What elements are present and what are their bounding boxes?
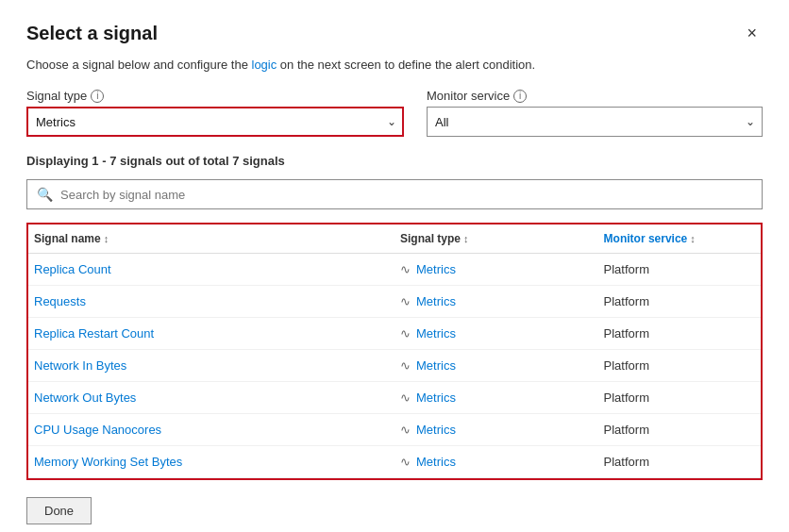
signal-name-link[interactable]: Replica Count xyxy=(34,262,111,276)
monitor-service-cell: Platform xyxy=(598,254,761,286)
signal-name-sort-icon[interactable]: ↕ xyxy=(104,233,109,244)
signals-table: Signal name ↕ Signal type ↕ Monitor serv… xyxy=(28,224,761,478)
metric-wave-icon: ∿ xyxy=(400,326,411,341)
signal-name-link[interactable]: Memory Working Set Bytes xyxy=(34,455,182,469)
signal-type-cell: ∿Metrics xyxy=(394,254,598,286)
signal-name-cell: Network In Bytes xyxy=(28,350,394,382)
signal-name-cell: Replica Restart Count xyxy=(28,318,394,350)
signal-name-link[interactable]: Requests xyxy=(34,294,86,308)
metric-wave-icon: ∿ xyxy=(400,423,411,437)
signal-type-select[interactable]: Metrics xyxy=(26,107,404,137)
signal-type-value: Metrics xyxy=(416,326,456,341)
monitor-service-cell: Platform xyxy=(598,382,761,414)
monitor-service-select[interactable]: All xyxy=(427,107,763,137)
signal-type-info-icon[interactable]: i xyxy=(91,90,104,103)
signal-type-cell: ∿Metrics xyxy=(394,446,598,478)
monitor-service-value: Platform xyxy=(604,423,649,437)
table-row: CPU Usage Nanocores∿MetricsPlatform xyxy=(28,414,761,446)
monitor-service-cell: Platform xyxy=(598,350,761,382)
monitor-service-info-icon[interactable]: i xyxy=(513,90,527,103)
monitor-service-label: Monitor service i xyxy=(427,89,763,103)
signal-type-select-wrapper: Metrics ⌄ xyxy=(26,107,404,137)
monitor-service-value: Platform xyxy=(604,262,649,276)
col-header-monitor-service: Monitor service ↕ xyxy=(598,224,761,254)
monitor-service-value: Platform xyxy=(604,455,649,469)
signal-type-value: Metrics xyxy=(416,455,456,469)
search-icon: 🔍 xyxy=(37,187,53,202)
description-text: Choose a signal below and configure the … xyxy=(26,58,763,72)
signal-type-cell: ∿Metrics xyxy=(394,414,598,446)
footer: Done xyxy=(26,497,763,524)
metric-wave-icon: ∿ xyxy=(400,455,411,469)
search-input[interactable] xyxy=(60,188,752,202)
monitor-service-cell: Platform xyxy=(598,318,761,350)
signal-type-value: Metrics xyxy=(416,423,456,437)
signal-name-cell: Requests xyxy=(28,286,394,318)
signal-name-link[interactable]: Network In Bytes xyxy=(34,358,126,373)
col-header-signal-type: Signal type ↕ xyxy=(394,224,598,254)
signal-name-cell: CPU Usage Nanocores xyxy=(28,414,394,446)
monitor-service-value: Platform xyxy=(604,358,649,373)
monitor-service-value: Platform xyxy=(604,326,649,341)
signal-name-link[interactable]: Replica Restart Count xyxy=(34,326,154,341)
close-button[interactable]: × xyxy=(741,23,763,43)
signal-type-cell: ∿Metrics xyxy=(394,286,598,318)
signal-type-cell: ∿Metrics xyxy=(394,350,598,382)
table-header-row: Signal name ↕ Signal type ↕ Monitor serv… xyxy=(28,224,761,254)
monitor-service-cell: Platform xyxy=(598,446,761,478)
signal-type-sort-icon[interactable]: ↕ xyxy=(463,233,469,244)
monitor-service-value: Platform xyxy=(604,391,649,405)
signal-type-value: Metrics xyxy=(416,358,456,373)
description-link[interactable]: logic xyxy=(252,58,277,72)
monitor-service-cell: Platform xyxy=(598,414,761,446)
filters-row: Signal type i Metrics ⌄ Monitor service … xyxy=(26,89,763,137)
signal-list-box: Signal name ↕ Signal type ↕ Monitor serv… xyxy=(26,223,763,480)
table-row: Replica Restart Count∿MetricsPlatform xyxy=(28,318,761,350)
monitor-service-value: Platform xyxy=(604,294,649,308)
dialog-title: Select a signal xyxy=(26,23,158,44)
metric-wave-icon: ∿ xyxy=(400,358,411,373)
metric-wave-icon: ∿ xyxy=(400,262,411,276)
monitor-service-sort-icon[interactable]: ↕ xyxy=(690,233,696,244)
signal-type-value: Metrics xyxy=(416,294,456,308)
signal-name-cell: Replica Count xyxy=(28,254,394,286)
signal-type-label: Signal type i xyxy=(26,89,404,103)
signal-type-cell: ∿Metrics xyxy=(394,318,598,350)
monitor-service-select-wrapper: All ⌄ xyxy=(427,107,763,137)
table-row: Memory Working Set Bytes∿MetricsPlatform xyxy=(28,446,761,478)
signal-name-link[interactable]: Network Out Bytes xyxy=(34,391,136,405)
signal-type-value: Metrics xyxy=(416,391,456,405)
select-signal-dialog: Select a signal × Choose a signal below … xyxy=(0,0,789,532)
signal-type-group: Signal type i Metrics ⌄ xyxy=(26,89,404,137)
search-box: 🔍 xyxy=(26,179,763,209)
monitor-service-group: Monitor service i All ⌄ xyxy=(427,89,763,137)
dialog-header: Select a signal × xyxy=(26,23,763,44)
display-count: Displaying 1 - 7 signals out of total 7 … xyxy=(26,154,763,168)
signal-name-link[interactable]: CPU Usage Nanocores xyxy=(34,423,161,437)
description-after-link: on the next screen to define the alert c… xyxy=(277,58,535,72)
table-row: Requests∿MetricsPlatform xyxy=(28,286,761,318)
signal-name-cell: Memory Working Set Bytes xyxy=(28,446,394,478)
signal-name-cell: Network Out Bytes xyxy=(28,382,394,414)
done-button[interactable]: Done xyxy=(26,497,92,524)
metric-wave-icon: ∿ xyxy=(400,294,411,308)
monitor-service-cell: Platform xyxy=(598,286,761,318)
table-row: Network Out Bytes∿MetricsPlatform xyxy=(28,382,761,414)
table-row: Network In Bytes∿MetricsPlatform xyxy=(28,350,761,382)
col-header-signal-name: Signal name ↕ xyxy=(28,224,394,254)
metric-wave-icon: ∿ xyxy=(400,391,411,405)
description-before-link: Choose a signal below and configure the xyxy=(26,58,252,72)
signal-type-cell: ∿Metrics xyxy=(394,382,598,414)
signal-type-value: Metrics xyxy=(416,262,456,276)
table-row: Replica Count∿MetricsPlatform xyxy=(28,254,761,286)
